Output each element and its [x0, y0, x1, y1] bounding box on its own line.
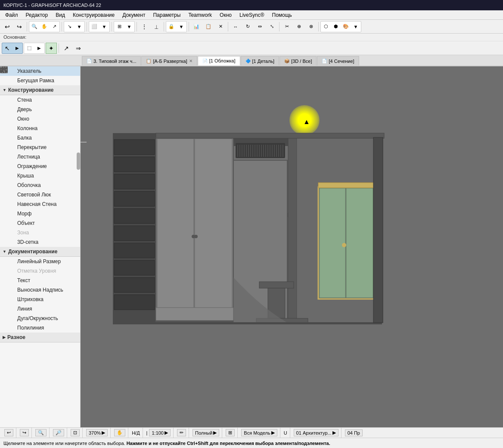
tab-cover[interactable]: 📄 [1 Обложка]: [198, 56, 240, 65]
split-tb[interactable]: ⊕: [293, 21, 304, 32]
redo-status-btn[interactable]: ↪: [20, 429, 29, 436]
zoom-increase-btn[interactable]: 🔎: [53, 429, 64, 436]
grid-status-btn[interactable]: ⊞: [226, 429, 235, 436]
sidebar-item-morph[interactable]: Морф: [0, 209, 80, 218]
arrow-tb[interactable]: ↘: [65, 22, 74, 31]
rect-drop-tb[interactable]: ▼: [99, 22, 109, 31]
section-docs-header[interactable]: ▼ Документирование: [0, 247, 80, 257]
menu-teamwork[interactable]: Teamwork: [185, 11, 215, 19]
pen-btn[interactable]: ✏: [177, 429, 186, 436]
sidebar-item-zone[interactable]: Z Зона: [0, 228, 80, 237]
sidebar-item-shell[interactable]: Оболочка: [0, 180, 80, 190]
sidebar-item-text[interactable]: T Текст: [0, 276, 80, 285]
marquee-drop-btn[interactable]: ▶: [34, 44, 44, 53]
canvas-area[interactable]: ▲: [81, 66, 503, 427]
sidebar-item-door[interactable]: Дверь: [0, 105, 80, 114]
dropdwn-tb[interactable]: ▼: [75, 22, 84, 31]
extra-btn[interactable]: 04 Пр: [345, 429, 363, 436]
tab-3d[interactable]: 📦 [3D / Все]: [279, 56, 317, 65]
scale-status[interactable]: | 1:100 ▶: [144, 428, 174, 438]
extra-status[interactable]: 04 Пр: [342, 428, 365, 438]
pan-status[interactable]: ✋: [112, 428, 128, 438]
tab-detail[interactable]: 🔷 [1 Деталь]: [241, 56, 279, 65]
menu-file[interactable]: Файл: [2, 11, 22, 19]
select-arrow-btn[interactable]: ↖: [3, 44, 12, 53]
sidebar-item-window[interactable]: Окно: [0, 114, 80, 124]
sidebar-item-polyline[interactable]: Полилиния: [0, 323, 80, 333]
grid-drop-tb[interactable]: ▼: [124, 22, 134, 31]
move-tb[interactable]: ↔: [230, 21, 241, 32]
menu-view[interactable]: Вид: [52, 11, 68, 19]
pointer-right-btn[interactable]: ↗: [61, 43, 72, 54]
zoom-decrease-btn[interactable]: 🔍: [35, 429, 47, 436]
redo-button[interactable]: ↪: [14, 21, 25, 32]
tab-floor-plan[interactable]: 📄 3. Типовой этаж ч...: [82, 56, 141, 65]
zoom-fit-status[interactable]: ⊡: [68, 428, 83, 438]
solid-tb[interactable]: ⬢: [331, 22, 341, 31]
pan-status-btn[interactable]: ✋: [114, 429, 125, 436]
list-tb[interactable]: 📋: [203, 21, 214, 32]
zoom-value-btn[interactable]: 370% ▶: [86, 429, 108, 436]
pointer-right2-btn[interactable]: ⇒: [73, 43, 84, 54]
zoom-increase-status[interactable]: 🔎: [50, 428, 67, 438]
sidebar-scroll-handle[interactable]: [77, 152, 80, 170]
tab-elevation-close[interactable]: ✕: [189, 59, 193, 63]
join-tb[interactable]: ⊗: [305, 21, 317, 32]
grid-status[interactable]: ⊞: [223, 428, 238, 438]
sidebar-item-railing[interactable]: Ограждение: [0, 162, 80, 171]
sidebar-item-stair[interactable]: Лестница: [0, 152, 80, 162]
render-tb[interactable]: 🎨: [341, 22, 351, 31]
sidebar-item-running-frame[interactable]: Бегущая Рамка: [0, 76, 80, 85]
sidebar-item-column[interactable]: Колонна: [0, 124, 80, 133]
sidebar-item-beam[interactable]: Балка: [0, 133, 80, 143]
tab-elevation[interactable]: 📋 [А-Б Развертка] ✕: [141, 56, 197, 65]
sidebar-item-callout[interactable]: A⁻¹ Выносная Надпись: [0, 285, 80, 295]
undo-button[interactable]: ↩: [2, 21, 13, 32]
menu-livesync[interactable]: LiveSync®: [236, 11, 268, 19]
sidebar-item-slab[interactable]: Перекрытие: [0, 143, 80, 152]
sidebar-item-line[interactable]: Линия: [0, 304, 80, 314]
wireframe-tb[interactable]: ⬡: [321, 22, 331, 31]
undo-status-btn[interactable]: ↩: [4, 429, 13, 436]
mirror-tb[interactable]: ⇔: [254, 21, 265, 32]
menu-window[interactable]: Окно: [216, 11, 235, 19]
x-tb[interactable]: ✕: [215, 21, 226, 32]
constraint-tb[interactable]: ⟂: [151, 21, 162, 32]
menu-document[interactable]: Документ: [119, 11, 149, 19]
zoom-value-status[interactable]: 370% ▶: [84, 428, 111, 438]
layer-btn[interactable]: 01 Архитектур... ▶: [294, 429, 338, 436]
drop-view-tb[interactable]: ▼: [351, 22, 360, 31]
zoom-decrease-status[interactable]: 🔍: [33, 428, 50, 438]
model-scope-status[interactable]: Вся Модель ▶: [239, 428, 280, 438]
scale-btn[interactable]: 1:100 ▶: [149, 429, 171, 436]
menu-construct[interactable]: Конструирование: [69, 11, 118, 19]
sidebar-item-curtain[interactable]: Навесная Стена: [0, 199, 80, 209]
section-construction-header[interactable]: ▼ Конструирование: [0, 85, 80, 95]
orbit-tb[interactable]: ↗: [50, 22, 59, 31]
snap-tb[interactable]: ⋮: [139, 21, 150, 32]
sidebar-item-wall[interactable]: Стена: [0, 95, 80, 105]
lock-drop-tb[interactable]: ▼: [177, 22, 186, 31]
zoom-in-tb[interactable]: 🔍: [30, 22, 39, 31]
tab-section[interactable]: 📄 [4 Сечение]: [317, 56, 359, 65]
marquee-btn[interactable]: ⬚: [25, 44, 34, 53]
menu-editor[interactable]: Редактор: [22, 11, 52, 19]
model-scope-btn[interactable]: Вся Модель ▶: [241, 429, 277, 436]
lock-tb[interactable]: 🔒: [167, 22, 176, 31]
sidebar-item-hatch[interactable]: Штриховка: [0, 295, 80, 304]
view-mode-status[interactable]: Полный ▶: [190, 428, 222, 438]
sidebar-item-level[interactable]: 1.2 Отметка Уровня: [0, 266, 80, 276]
menu-help[interactable]: Помощь: [269, 11, 295, 19]
undo-status[interactable]: ↩: [2, 428, 16, 438]
trim-tb[interactable]: ✂: [281, 21, 292, 32]
sidebar-item-mesh[interactable]: 3D-сетка: [0, 237, 80, 247]
pen-status[interactable]: ✏: [174, 428, 189, 438]
section-misc-header[interactable]: ▶ Разное: [0, 333, 80, 342]
scale-tb[interactable]: ⤡: [266, 21, 277, 32]
sidebar-item-skylight[interactable]: Световой Люк: [0, 190, 80, 199]
sidebar-item-object[interactable]: Объект: [0, 218, 80, 228]
select-drop-btn[interactable]: ▶: [12, 44, 22, 53]
zoom-fit-btn[interactable]: ⊡: [71, 429, 80, 436]
sidebar-item-roof[interactable]: Крыша: [0, 171, 80, 180]
sidebar-item-arc[interactable]: Дуга/Окружность: [0, 314, 80, 323]
